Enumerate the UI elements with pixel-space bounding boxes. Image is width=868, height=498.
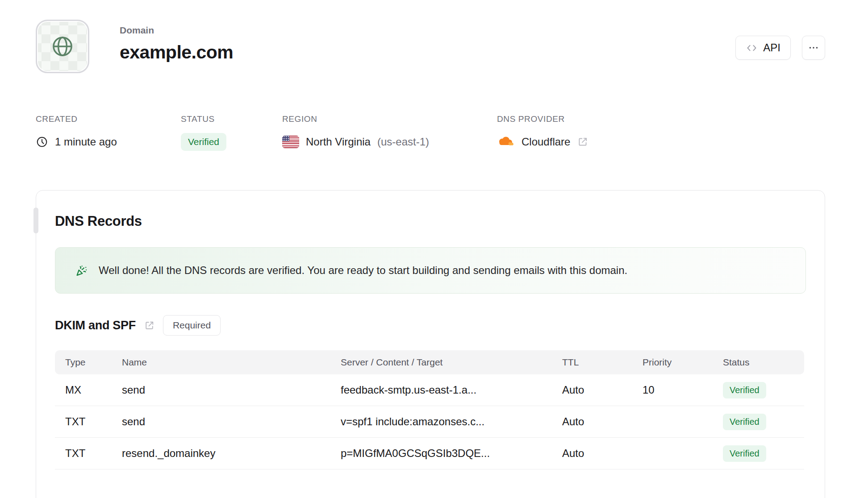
record-content: v=spf1 include:amazonses.c...	[341, 415, 562, 428]
created-value: 1 minute ago	[55, 136, 117, 148]
banner-message: Well done! All the DNS records are verif…	[99, 264, 627, 277]
status-badge: Verified	[181, 133, 226, 151]
dkim-spf-title: DKIM and SPF	[55, 319, 136, 332]
meta-region: REGION North Virginia (us-east-1)	[282, 114, 497, 150]
dns-records-table: Type Name Server / Content / Target TTL …	[55, 350, 804, 469]
code-icon	[746, 42, 758, 54]
us-flag-icon	[282, 136, 299, 148]
meta-dns-provider: DNS PROVIDER Cloudflare	[497, 114, 588, 150]
region-label: REGION	[282, 114, 497, 124]
external-link-icon[interactable]	[577, 136, 588, 148]
party-popper-icon	[75, 263, 89, 278]
record-name: send	[122, 415, 341, 428]
record-type: TXT	[65, 415, 122, 428]
dns-records-title: DNS Records	[55, 191, 806, 229]
record-status-badge: Verified	[723, 414, 766, 430]
dns-provider-label: DNS PROVIDER	[497, 114, 588, 124]
meta-row: CREATED 1 minute ago STATUS Verified REG…	[36, 114, 825, 150]
meta-created: CREATED 1 minute ago	[36, 114, 181, 150]
col-header-priority: Priority	[643, 357, 723, 368]
globe-icon	[50, 34, 75, 59]
required-badge: Required	[163, 315, 221, 336]
page-header: Domain example.com API	[36, 0, 825, 73]
page-title: example.com	[120, 42, 233, 63]
table-header-row: Type Name Server / Content / Target TTL …	[55, 350, 804, 374]
record-name: send	[122, 384, 341, 396]
dns-provider-value: Cloudflare	[522, 136, 570, 148]
record-name: resend._domainkey	[122, 447, 341, 460]
ellipsis-icon	[808, 42, 819, 53]
record-ttl: Auto	[562, 415, 643, 428]
status-label: STATUS	[181, 114, 282, 124]
card-accent-bar	[33, 208, 38, 233]
record-ttl: Auto	[562, 384, 643, 396]
record-ttl: Auto	[562, 447, 643, 460]
region-code: (us-east-1)	[377, 136, 429, 148]
col-header-content: Server / Content / Target	[341, 357, 562, 368]
more-options-button[interactable]	[802, 36, 825, 60]
header-actions: API	[735, 36, 825, 60]
dns-records-card: DNS Records Well done! All the DNS recor…	[36, 190, 825, 498]
record-content: feedback-smtp.us-east-1.a...	[341, 384, 562, 396]
table-row[interactable]: TXT send v=spf1 include:amazonses.c... A…	[55, 406, 804, 438]
col-header-ttl: TTL	[562, 357, 643, 368]
record-status-badge: Verified	[723, 382, 766, 398]
table-row[interactable]: MX send feedback-smtp.us-east-1.a... Aut…	[55, 374, 804, 406]
cloudflare-icon	[497, 135, 515, 149]
record-content: p=MIGfMA0GCSqGSIb3DQE...	[341, 447, 562, 460]
domain-label: Domain	[120, 25, 233, 36]
meta-status: STATUS Verified	[181, 114, 282, 150]
dkim-spf-section-header: DKIM and SPF Required	[55, 315, 806, 336]
title-block: Domain example.com	[120, 25, 233, 63]
col-header-name: Name	[122, 357, 341, 368]
table-row[interactable]: TXT resend._domainkey p=MIGfMA0GCSqGSIb3…	[55, 438, 804, 469]
api-button-label: API	[763, 42, 780, 54]
success-banner: Well done! All the DNS records are verif…	[55, 247, 806, 294]
created-label: CREATED	[36, 114, 181, 124]
record-type: TXT	[65, 447, 122, 460]
domain-logo	[36, 20, 89, 73]
region-value: North Virginia	[306, 136, 371, 148]
domain-page: Domain example.com API	[36, 0, 825, 498]
record-status-badge: Verified	[723, 445, 766, 462]
clock-icon	[36, 136, 48, 148]
col-header-status: Status	[723, 357, 804, 368]
record-priority: 10	[643, 384, 723, 396]
col-header-type: Type	[65, 357, 122, 368]
record-type: MX	[65, 384, 122, 396]
api-button[interactable]: API	[735, 36, 791, 60]
external-link-icon[interactable]	[144, 320, 155, 331]
